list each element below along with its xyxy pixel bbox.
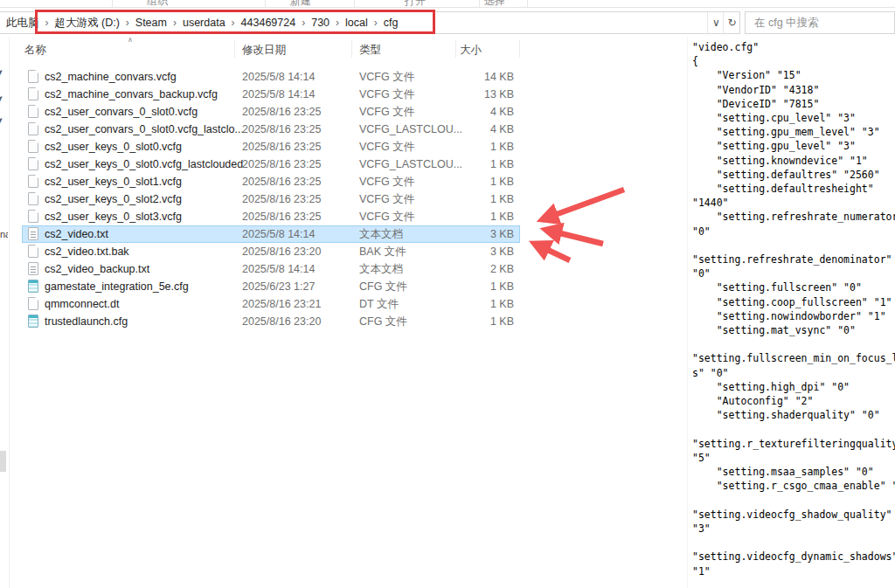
breadcrumb-separator-icon: › xyxy=(374,17,378,29)
file-row[interactable]: trustedlaunch.cfg2025/8/16 23:20CFG 文件1 … xyxy=(22,313,520,330)
file-size: 13 KB xyxy=(415,86,514,103)
column-separator[interactable] xyxy=(234,40,235,58)
file-size: 1 KB xyxy=(415,295,514,313)
file-type: VCFG 文件 xyxy=(359,138,414,156)
address-bar-divider xyxy=(707,12,708,33)
ribbon-group-label[interactable]: 组织 xyxy=(147,0,168,8)
column-separator[interactable] xyxy=(519,40,520,58)
file-name: cs2_user_convars_0_slot0.vcfg_lastclo... xyxy=(45,121,244,138)
scrollbar-thumb[interactable] xyxy=(0,451,6,472)
breadcrumb-item[interactable]: 730 xyxy=(311,17,330,29)
notepad-file-icon xyxy=(28,315,38,328)
file-size: 1 KB xyxy=(415,313,514,330)
file-row[interactable]: cs2_user_convars_0_slot0.vcfg_lastclo...… xyxy=(22,121,520,138)
breadcrumb-separator-icon: › xyxy=(126,17,129,29)
ribbon-group-label[interactable]: 新建 xyxy=(290,0,311,8)
file-name: trustedlaunch.cfg xyxy=(45,313,128,330)
file-name: cs2_user_convars_0_slot0.vcfg xyxy=(45,103,198,121)
file-row[interactable]: cs2_user_keys_0_slot0.vcfg_lastclouded20… xyxy=(22,156,520,173)
doc-file-icon xyxy=(28,105,38,118)
breadcrumb-item[interactable]: cfg xyxy=(384,17,399,29)
breadcrumb-root[interactable]: 此电脑 xyxy=(6,16,39,31)
file-date-modified: 2025/8/16 23:20 xyxy=(242,313,321,330)
file-date-modified: 2025/5/8 14:14 xyxy=(242,68,315,86)
ribbon-separator xyxy=(354,0,355,8)
doc-file-icon xyxy=(28,175,38,188)
file-name: cs2_user_keys_0_slot0.vcfg_lastclouded xyxy=(45,156,243,173)
preview-pane-text: "video.cfg" { "Version" "15" "VendorID" … xyxy=(692,40,895,588)
file-type: VCFG 文件 xyxy=(359,86,414,103)
file-row[interactable]: cs2_video.txt2025/5/8 14:14文本文档3 KB xyxy=(22,225,520,243)
file-size: 14 KB xyxy=(415,68,514,86)
breadcrumb-item[interactable]: 超大游戏 (D:) xyxy=(55,16,120,31)
doc-file-icon xyxy=(28,210,38,223)
column-separator[interactable] xyxy=(351,40,352,58)
file-row[interactable]: cs2_video_backup.txt2025/5/8 14:14文本文档2 … xyxy=(22,260,520,278)
breadcrumb-item[interactable]: local xyxy=(345,17,368,29)
file-date-modified: 2025/8/16 23:21 xyxy=(242,295,321,313)
file-row[interactable]: cs2_user_convars_0_slot0.vcfg2025/8/16 2… xyxy=(22,103,520,121)
file-type: BAK 文件 xyxy=(359,243,406,260)
file-type: 文本文档 xyxy=(359,260,403,278)
file-row[interactable]: cs2_user_keys_0_slot3.vcfg2025/8/16 23:2… xyxy=(22,208,520,225)
file-name: cs2_video_backup.txt xyxy=(45,260,149,278)
file-row[interactable]: cs2_machine_convars.vcfg2025/5/8 14:14VC… xyxy=(22,68,520,86)
doc-file-icon xyxy=(28,87,38,100)
file-type: VCFG 文件 xyxy=(359,103,414,121)
nav-cursor-fragment-icon: ➤ xyxy=(0,91,8,104)
doc-file-icon xyxy=(28,245,38,258)
file-name: cs2_user_keys_0_slot3.vcfg xyxy=(45,208,182,225)
nav-cursor-fragment-icon: ➤ xyxy=(0,65,8,78)
file-date-modified: 2025/5/8 14:14 xyxy=(242,225,315,243)
column-header-date[interactable]: 修改日期 xyxy=(242,42,286,58)
search-input[interactable] xyxy=(746,12,894,33)
column-header-type[interactable]: 类型 xyxy=(359,42,381,58)
ribbon-separator xyxy=(479,0,480,8)
breadcrumb-item[interactable]: Steam xyxy=(135,17,167,29)
file-row[interactable]: cs2_machine_convars_backup.vcfg2025/5/8 … xyxy=(22,86,520,103)
file-size: 2 KB xyxy=(415,260,514,278)
file-date-modified: 2025/6/23 1:27 xyxy=(242,278,315,295)
breadcrumb-item[interactable]: 443469724 xyxy=(241,17,296,29)
file-date-modified: 2025/8/16 23:25 xyxy=(242,156,321,173)
file-date-modified: 2025/8/16 23:25 xyxy=(242,138,321,156)
column-header-size[interactable]: 大小 xyxy=(460,42,482,58)
file-explorer-window: 组织新建打开选择 此电脑 › 超大游戏 (D:)›Steam›userdata›… xyxy=(0,0,895,588)
file-row[interactable]: gamestate_integration_5e.cfg2025/6/23 1:… xyxy=(22,278,520,295)
refresh-icon[interactable]: ↻ xyxy=(725,12,739,33)
file-size: 1 KB xyxy=(415,173,514,190)
ribbon-strip: 组织新建打开选择 xyxy=(0,0,895,8)
file-name: cs2_machine_convars.vcfg xyxy=(45,68,177,86)
file-row[interactable]: qmmconnect.dt2025/8/16 23:21DT 文件1 KB xyxy=(22,295,520,313)
file-name: cs2_video.txt.bak xyxy=(45,243,129,260)
file-date-modified: 2025/5/8 14:14 xyxy=(242,260,315,278)
breadcrumb-separator-icon: › xyxy=(302,17,305,29)
file-date-modified: 2025/8/16 23:25 xyxy=(242,121,321,138)
file-type: VCFG 文件 xyxy=(359,208,414,225)
address-bar[interactable]: 此电脑 › 超大游戏 (D:)›Steam›userdata›443469724… xyxy=(0,11,740,34)
file-name: cs2_video.txt xyxy=(45,225,108,243)
breadcrumb-item[interactable]: userdata xyxy=(183,17,225,29)
file-row[interactable]: cs2_user_keys_0_slot2.vcfg2025/8/16 23:2… xyxy=(22,190,520,208)
ribbon-group-label[interactable]: 选择 xyxy=(484,0,505,8)
file-row[interactable]: cs2_user_keys_0_slot0.vcfg2025/8/16 23:2… xyxy=(22,138,520,156)
file-date-modified: 2025/5/8 14:14 xyxy=(242,86,315,103)
nav-cursor-fragment-icon: ➤ xyxy=(0,113,8,126)
column-header-name[interactable]: 名称 xyxy=(24,42,46,58)
file-type: VCFG 文件 xyxy=(359,190,414,208)
file-date-modified: 2025/8/16 23:25 xyxy=(242,190,321,208)
file-list: cs2_machine_convars.vcfg2025/5/8 14:14VC… xyxy=(22,68,520,330)
file-size: 3 KB xyxy=(415,225,514,243)
file-name: cs2_user_keys_0_slot2.vcfg xyxy=(45,190,182,208)
doc-file-icon xyxy=(28,157,38,170)
file-row[interactable]: cs2_video.txt.bak2025/8/16 23:20BAK 文件3 … xyxy=(22,243,520,260)
address-bar-divider xyxy=(723,12,724,33)
column-separator[interactable] xyxy=(455,40,456,58)
file-date-modified: 2025/8/16 23:25 xyxy=(242,208,321,225)
annotation-arrow xyxy=(543,190,624,219)
file-size: 3 KB xyxy=(415,243,514,260)
chevron-down-icon[interactable]: ∨ xyxy=(709,12,724,33)
ribbon-group-label[interactable]: 打开 xyxy=(405,0,426,8)
file-type: CFG 文件 xyxy=(359,278,407,295)
file-row[interactable]: cs2_user_keys_0_slot1.vcfg2025/8/16 23:2… xyxy=(22,173,520,190)
